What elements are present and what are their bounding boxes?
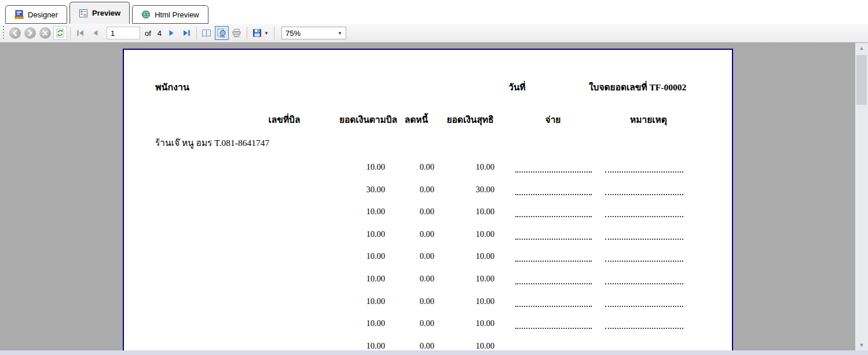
toolbar-separator xyxy=(274,27,274,39)
zoom-value: 75% xyxy=(285,29,301,38)
print-button[interactable] xyxy=(230,26,244,40)
pay-dotted-line xyxy=(515,209,592,217)
refresh-icon xyxy=(56,28,65,38)
tab-preview[interactable]: Preview xyxy=(69,2,130,24)
note-dotted-line xyxy=(605,232,683,240)
report-page: พนักงาน วันที่ ใบจดยอดเลขที่ TF-00002 เล… xyxy=(123,49,733,350)
printer-icon xyxy=(232,28,241,38)
pay-dotted-line xyxy=(515,321,592,329)
note-dotted-line xyxy=(605,343,683,350)
pay-dotted-line xyxy=(515,187,592,195)
table-row: 10.000.0010.00 xyxy=(124,297,732,309)
refresh-button[interactable] xyxy=(53,26,67,40)
tab-label: Preview xyxy=(92,9,120,17)
table-row: 10.000.0010.00 xyxy=(124,274,732,287)
preview-toolbar: of 4 xyxy=(0,24,868,43)
toolbar-grip-handle[interactable] xyxy=(2,26,5,40)
cell-reduce: 0.00 xyxy=(376,319,434,328)
toolbar-separator xyxy=(196,27,197,39)
scroll-down-arrow-icon[interactable]: ▼ xyxy=(855,340,868,350)
cell-net: 30.00 xyxy=(437,185,495,195)
designer-icon xyxy=(14,10,24,19)
next-page-button[interactable] xyxy=(164,26,178,40)
page-count-label: of 4 xyxy=(145,29,162,38)
cell-reduce: 0.00 xyxy=(376,207,434,217)
save-dropdown-arrow[interactable]: ▼ xyxy=(264,31,269,36)
pay-dotted-line xyxy=(515,232,592,240)
tab-strip: Designer Preview xyxy=(0,0,868,24)
table-row: 10.000.0010.00 xyxy=(124,229,732,242)
back-button[interactable] xyxy=(8,26,22,40)
column-header-net: ยอดเงินสุทธิ xyxy=(430,112,511,127)
note-dotted-line xyxy=(605,299,683,307)
first-page-button[interactable] xyxy=(74,26,87,40)
cell-reduce: 0.00 xyxy=(376,251,434,261)
page-setup-icon xyxy=(202,29,211,38)
globe-icon xyxy=(141,10,151,19)
note-dotted-line xyxy=(605,209,683,217)
pay-dotted-line xyxy=(515,343,592,350)
print-layout-icon xyxy=(217,28,226,38)
note-dotted-line xyxy=(605,164,683,173)
tab-designer[interactable]: Designer xyxy=(5,5,67,24)
column-header-note: หมายเหตุ xyxy=(608,112,689,127)
last-page-icon xyxy=(182,28,191,38)
save-icon xyxy=(252,28,262,38)
page-setup-button[interactable] xyxy=(200,26,214,40)
table-row: 10.000.0010.00 xyxy=(124,341,732,350)
report-viewer-window: Designer Preview xyxy=(0,0,868,355)
cell-net: 10.00 xyxy=(437,319,495,328)
pay-dotted-line xyxy=(515,276,592,284)
zoom-dropdown-arrow: ▼ xyxy=(338,31,342,36)
forward-button[interactable] xyxy=(23,26,37,40)
bottom-strip xyxy=(0,350,868,355)
column-header-pay: จ่าย xyxy=(512,112,594,127)
next-page-icon xyxy=(167,28,176,38)
scrollbar-thumb[interactable] xyxy=(856,55,867,105)
preview-icon xyxy=(79,9,88,18)
cell-net: 10.00 xyxy=(437,207,495,217)
preview-canvas[interactable]: พนักงาน วันที่ ใบจดยอดเลขที่ TF-00002 เล… xyxy=(0,43,855,350)
cell-reduce: 0.00 xyxy=(376,162,434,172)
pay-dotted-line xyxy=(515,299,592,307)
scroll-up-arrow-icon[interactable]: ▲ xyxy=(855,43,868,53)
toolbar-separator xyxy=(70,27,71,39)
report-title-label: พนักงาน xyxy=(155,80,189,94)
pay-dotted-line xyxy=(515,254,592,262)
table-row: 10.000.0010.00 xyxy=(124,207,732,219)
last-page-button[interactable] xyxy=(180,26,193,40)
table-row: 10.000.0010.00 xyxy=(124,251,732,264)
vertical-scrollbar[interactable]: ▲ ▼ xyxy=(855,43,868,350)
vendor-name-label: ร้านเจ๊ หนู อมร T.081-8641747 xyxy=(155,136,269,150)
forward-icon xyxy=(24,27,36,39)
column-header-billno: เลขที่บิล xyxy=(250,112,319,127)
note-dotted-line xyxy=(605,276,683,284)
cell-reduce: 0.00 xyxy=(376,297,434,306)
tab-label: Html Preview xyxy=(155,10,199,19)
cell-net: 10.00 xyxy=(437,297,495,306)
tab-html-preview[interactable]: Html Preview xyxy=(132,5,208,24)
cell-net: 10.00 xyxy=(437,229,495,239)
previous-page-button[interactable] xyxy=(89,26,102,40)
table-row: 10.000.0010.00 xyxy=(124,162,732,175)
current-page-input[interactable] xyxy=(107,27,140,39)
toolbar-separator xyxy=(247,27,247,39)
cell-reduce: 0.00 xyxy=(376,229,434,239)
tab-label: Designer xyxy=(28,10,58,19)
table-row: 10.000.0010.00 xyxy=(124,319,732,331)
cell-net: 10.00 xyxy=(437,251,495,261)
stop-icon xyxy=(39,27,51,39)
previous-page-icon xyxy=(91,28,100,38)
cell-reduce: 0.00 xyxy=(376,185,434,195)
zoom-combobox[interactable]: 75% ▼ xyxy=(281,27,346,39)
export-save-button[interactable]: ▼ xyxy=(250,26,271,40)
print-layout-button[interactable] xyxy=(215,26,229,40)
note-dotted-line xyxy=(605,321,683,329)
stop-button[interactable] xyxy=(38,26,52,40)
cell-net: 10.00 xyxy=(437,162,495,172)
first-page-icon xyxy=(76,28,85,38)
note-dotted-line xyxy=(605,187,683,195)
back-icon xyxy=(9,27,21,39)
pay-dotted-line xyxy=(515,164,592,173)
cell-reduce: 0.00 xyxy=(376,274,434,284)
